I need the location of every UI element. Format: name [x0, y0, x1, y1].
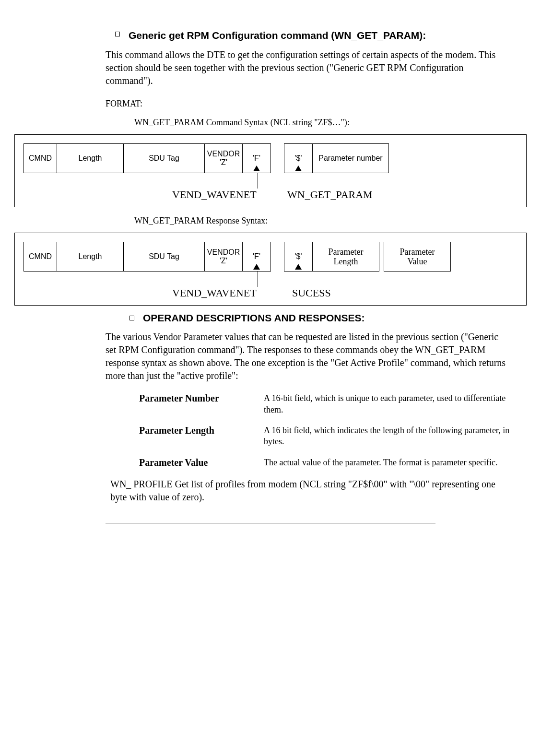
intro-paragraph: This command allows the DTE to get the c… — [106, 48, 507, 87]
diagram-labels: VEND_WAVENET WN_GET_PARAM — [24, 173, 517, 202]
cell-length: Length — [57, 143, 124, 173]
cell-vendor: VENDOR 'Z' — [204, 143, 243, 173]
cell-label: Parameter — [329, 247, 364, 257]
cell-label: VENDOR — [207, 248, 240, 257]
cell-parameter-value: Parameter Value — [384, 242, 451, 272]
table-row: Parameter Number A 16-bit field, which i… — [139, 393, 513, 415]
table-row: Parameter Value The actual value of the … — [139, 457, 513, 468]
label-vend-wavenet: VEND_WAVENET — [172, 189, 257, 201]
label-wn-get-param: WN_GET_PARAM — [287, 189, 373, 201]
cell-vendor: VENDOR 'Z' — [204, 242, 243, 272]
cell-cmnd: CMND — [24, 242, 57, 272]
pointer-line — [258, 272, 258, 287]
profile-paragraph: WN_ PROFILE Get list of profiles from mo… — [110, 478, 507, 504]
cell-label: Length — [79, 154, 102, 163]
label-sucess: SUCESS — [292, 287, 331, 299]
cell-cmnd: CMND — [24, 143, 57, 173]
cell-label: CMND — [29, 154, 52, 163]
format-label: FORMAT: — [106, 99, 507, 109]
arrow-up-icon — [295, 165, 302, 171]
cell-length: Length — [57, 242, 124, 272]
gap — [270, 242, 284, 272]
cell-label: CMND — [29, 252, 52, 261]
label-vend-wavenet: VEND_WAVENET — [172, 287, 257, 299]
cell-parameter-number: Parameter number — [312, 143, 389, 173]
parameter-table: Parameter Number A 16-bit field, which i… — [139, 393, 513, 468]
param-desc: The actual value of the parameter. The f… — [264, 457, 497, 468]
table-row: Parameter Length A 16 bit field, which i… — [139, 425, 513, 448]
section-heading: Generic get RPM Configuration command (W… — [115, 29, 507, 42]
diagram2-caption: WN_GET_PARAM Response Syntax: — [134, 216, 507, 226]
gap — [379, 242, 384, 272]
pointer-line — [258, 173, 258, 189]
command-syntax-diagram: CMND Length SDU Tag VENDOR 'Z' 'F' '$' P… — [14, 134, 527, 207]
pointer-line — [300, 173, 300, 189]
cell-label: 'Z' — [207, 158, 240, 167]
cell-label: 'F' — [253, 252, 260, 261]
cell-f: 'F' — [242, 242, 271, 272]
cell-dollar: '$' — [284, 143, 313, 173]
cell-label: '$' — [294, 252, 302, 261]
bullet-square-icon — [129, 316, 134, 320]
cell-parameter-length: Parameter Length — [312, 242, 379, 272]
cell-f: 'F' — [242, 143, 271, 173]
param-name: Parameter Length — [139, 425, 264, 448]
cell-sdu-tag: SDU Tag — [123, 242, 205, 272]
diagram-labels: VEND_WAVENET SUCESS — [24, 272, 517, 300]
cell-label: 'Z' — [207, 257, 240, 265]
cell-dollar: '$' — [284, 242, 313, 272]
footer-divider — [106, 523, 435, 523]
diagram1-caption: WN_GET_PARAM Command Syntax (NCL string … — [134, 118, 507, 128]
heading-text: Generic get RPM Configuration command (W… — [129, 29, 426, 42]
arrow-up-icon — [295, 264, 302, 270]
cell-label: 'F' — [253, 154, 260, 163]
heading-text: OPERAND DESCRIPTIONS AND RESPONSES: — [143, 312, 365, 324]
cell-label: SDU Tag — [149, 154, 179, 163]
cell-label: '$' — [294, 154, 302, 163]
cell-label: VENDOR — [207, 150, 240, 158]
response-syntax-diagram: CMND Length SDU Tag VENDOR 'Z' 'F' '$' P… — [14, 233, 527, 306]
param-name: Parameter Value — [139, 457, 264, 468]
diagram-row: CMND Length SDU Tag VENDOR 'Z' 'F' '$' P… — [24, 143, 517, 173]
arrow-up-icon — [253, 165, 260, 171]
cell-label: Value — [400, 257, 435, 267]
gap — [270, 143, 284, 173]
cell-label: Parameter number — [318, 154, 382, 163]
operand-heading: OPERAND DESCRIPTIONS AND RESPONSES: — [129, 312, 507, 324]
operand-paragraph: The various Vendor Parameter values that… — [106, 331, 507, 382]
param-desc: A 16 bit field, which indicates the leng… — [264, 425, 513, 448]
cell-sdu-tag: SDU Tag — [123, 143, 205, 173]
param-name: Parameter Number — [139, 393, 264, 415]
param-desc: A 16-bit field, which is unique to each … — [264, 393, 513, 415]
bullet-square-icon — [115, 32, 120, 36]
cell-label: SDU Tag — [149, 252, 179, 261]
pointer-line — [300, 272, 300, 287]
cell-label: Length — [79, 252, 102, 261]
diagram-row: CMND Length SDU Tag VENDOR 'Z' 'F' '$' P… — [24, 242, 517, 272]
cell-label: Parameter — [400, 247, 435, 257]
arrow-up-icon — [253, 264, 260, 270]
cell-label: Length — [329, 257, 364, 267]
